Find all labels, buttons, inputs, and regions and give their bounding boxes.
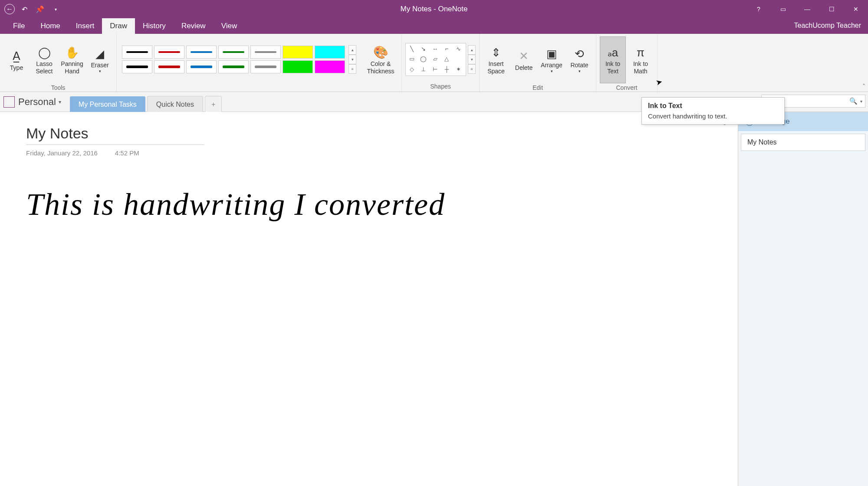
rotate-button[interactable]: ⟲ Rotate ▾	[566, 36, 592, 83]
delete-label: Delete	[515, 64, 533, 72]
page-title[interactable]: My Notes	[26, 125, 712, 142]
notebook-dropdown-icon[interactable]: ▾	[59, 99, 61, 105]
rotate-icon: ⟲	[575, 46, 584, 62]
menu-history[interactable]: History	[135, 18, 174, 34]
lasso-select-button[interactable]: ◯ Lasso Select	[31, 36, 57, 83]
collapse-ribbon-icon[interactable]: ˄	[862, 83, 865, 90]
pen-green-thick[interactable]	[218, 60, 249, 73]
menu-file[interactable]: File	[5, 18, 33, 34]
eraser-icon: ◢	[95, 46, 104, 62]
panning-hand-button[interactable]: ✋ Panning Hand	[59, 36, 85, 83]
page-time: 4:52 PM	[115, 149, 139, 157]
ink-to-math-button[interactable]: π Ink to Math	[628, 36, 654, 83]
help-button[interactable]: ?	[746, 0, 771, 18]
insert-space-button[interactable]: ⇕ Insert Space	[483, 36, 509, 83]
ribbon-group-convert: ₐa Ink to Text π Ink to Math Convert	[596, 34, 658, 92]
notebook-icon[interactable]	[3, 96, 15, 108]
shape-axis-xy-icon[interactable]: ┼	[442, 65, 451, 73]
hand-icon: ✋	[65, 45, 79, 60]
delete-icon: ✕	[519, 49, 529, 64]
pen-black-thin[interactable]	[122, 46, 152, 59]
account-label[interactable]: TeachUcomp Teacher	[794, 22, 861, 30]
back-icon[interactable]: ←	[4, 4, 15, 14]
section-tab-my-personal-tasks[interactable]: My Personal Tasks	[70, 96, 145, 113]
tools-group-label: Tools	[3, 83, 113, 91]
undo-icon[interactable]: ↶	[18, 3, 30, 15]
shape-axis-3d-icon[interactable]: ✶	[454, 65, 463, 73]
gallery-more-icon[interactable]: ≡	[349, 64, 356, 74]
eraser-label: Eraser	[91, 62, 108, 69]
shape-oval-icon[interactable]: ◯	[419, 55, 428, 63]
add-section-button[interactable]: +	[205, 96, 222, 113]
pen-blue-thick[interactable]	[186, 60, 217, 73]
shapes-up-icon[interactable]: ▴	[468, 45, 476, 55]
shape-line-icon[interactable]: ╲	[407, 45, 417, 53]
search-dropdown-icon[interactable]: ▾	[860, 99, 862, 104]
title-bar: ← ↶ 📌 ▾ My Notes - OneNote ? ▭ — ☐ ✕	[0, 0, 868, 18]
page-list-item[interactable]: My Notes	[741, 134, 865, 151]
section-tab-quick-notes[interactable]: Quick Notes	[147, 96, 203, 113]
highlighter-green[interactable]	[283, 60, 313, 73]
shape-parallelogram-icon[interactable]: ▱	[431, 55, 440, 63]
tooltip-title: Ink to Text	[648, 102, 778, 110]
ink-to-math-icon: π	[637, 45, 644, 60]
pen-red-thin[interactable]	[154, 46, 184, 59]
maximize-button[interactable]: ☐	[819, 0, 844, 18]
lasso-label: Lasso Select	[31, 60, 57, 75]
gallery-down-icon[interactable]: ▾	[349, 55, 356, 64]
shape-diamond-icon[interactable]: ◇	[407, 65, 417, 73]
shape-arrow-icon[interactable]: ↘	[419, 45, 428, 53]
pen-gray-thick[interactable]	[250, 60, 281, 73]
pin-icon[interactable]: 📌	[34, 3, 46, 15]
minimize-button[interactable]: —	[795, 0, 819, 18]
menu-review[interactable]: Review	[174, 18, 214, 34]
handwriting-ink[interactable]: This is handwriting I converted	[26, 183, 712, 227]
content-area: ⤢ My Notes Friday, January 22, 2016 4:52…	[0, 112, 868, 486]
delete-button[interactable]: ✕ Delete	[511, 36, 537, 83]
highlighter-cyan[interactable]	[315, 46, 345, 59]
insert-space-label: Insert Space	[483, 60, 509, 75]
eraser-button[interactable]: ◢ Eraser ▾	[87, 36, 113, 83]
ink-to-text-button[interactable]: ₐa Ink to Text	[600, 36, 626, 83]
window-title: My Notes - OneNote	[401, 5, 468, 13]
pen-gallery[interactable]	[120, 44, 347, 75]
shapes-gallery[interactable]: ╲ ↘ ↔ ⌐ ∿ ▭ ◯ ▱ △ ◇ ⊥ ⊢ ┼ ✶	[405, 43, 466, 76]
page-canvas[interactable]: ⤢ My Notes Friday, January 22, 2016 4:52…	[0, 112, 738, 486]
insert-space-icon: ⇕	[491, 45, 501, 60]
shape-elbow-icon[interactable]: ⌐	[442, 45, 451, 53]
fullscreen-button[interactable]: ▭	[771, 0, 795, 18]
shape-axis-x-icon[interactable]: ⊥	[419, 65, 428, 73]
close-button[interactable]: ✕	[844, 0, 868, 18]
shape-triangle-icon[interactable]: △	[442, 55, 451, 63]
qat-dropdown-icon[interactable]: ▾	[49, 3, 62, 15]
gallery-up-icon[interactable]: ▴	[349, 45, 356, 55]
color-thickness-button[interactable]: 🎨 Color & Thickness	[363, 36, 398, 83]
menu-home[interactable]: Home	[33, 18, 68, 34]
pen-green-thin[interactable]	[218, 46, 249, 59]
title-divider	[26, 144, 204, 145]
menu-insert[interactable]: Insert	[68, 18, 102, 34]
pen-red-thick[interactable]	[154, 60, 184, 73]
chevron-down-icon: ▾	[551, 69, 553, 74]
pen-blue-thin[interactable]	[186, 46, 217, 59]
menu-draw[interactable]: Draw	[102, 18, 135, 34]
color-wheel-icon: 🎨	[373, 45, 388, 60]
ink-to-text-icon: ₐa	[608, 45, 618, 60]
pen-gray-thin[interactable]	[250, 46, 281, 59]
arrange-button[interactable]: ▣ Arrange ▾	[539, 36, 565, 83]
ribbon-group-color: 🎨 Color & Thickness	[360, 34, 402, 92]
shapes-more-icon[interactable]: ≡	[468, 64, 476, 74]
tooltip-ink-to-text: Ink to Text Convert handwriting to text.	[641, 97, 785, 125]
pen-black-thick[interactable]	[122, 60, 152, 73]
shape-axis-y-icon[interactable]: ⊢	[431, 65, 440, 73]
highlighter-magenta[interactable]	[315, 60, 345, 73]
menu-view[interactable]: View	[214, 18, 245, 34]
highlighter-yellow[interactable]	[283, 46, 313, 59]
shapes-down-icon[interactable]: ▾	[468, 55, 476, 64]
shape-curve-icon[interactable]: ∿	[454, 45, 463, 53]
type-button[interactable]: A̲ Type	[3, 36, 30, 83]
notebook-name[interactable]: Personal	[18, 96, 56, 108]
shape-blank	[454, 55, 463, 63]
shape-double-arrow-icon[interactable]: ↔	[431, 45, 440, 53]
shape-rect-icon[interactable]: ▭	[407, 55, 417, 63]
